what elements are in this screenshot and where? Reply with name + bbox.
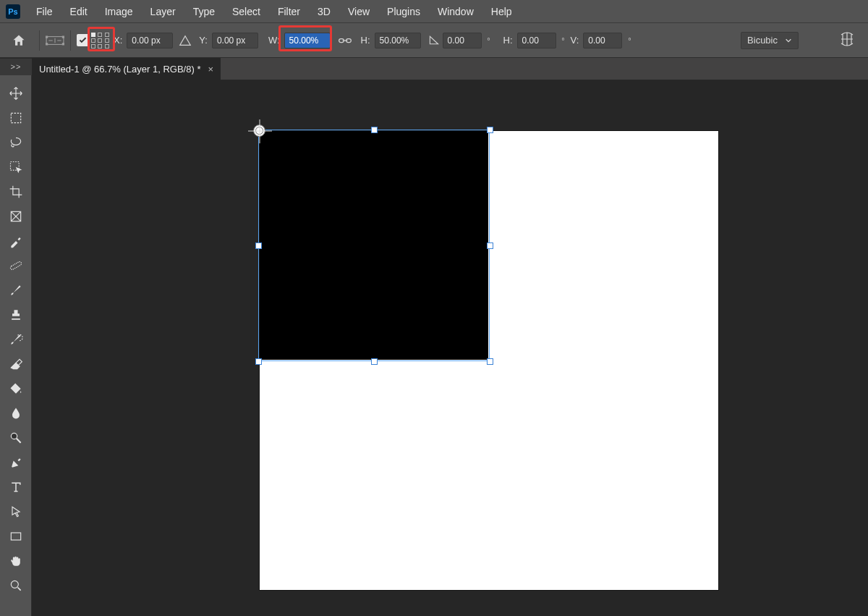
x-position-group: X: 0.00 px — [112, 30, 173, 51]
crop-icon — [9, 185, 23, 199]
canvas-area[interactable] — [32, 80, 868, 616]
gradient-tool[interactable] — [2, 376, 30, 401]
aspect-lock-button[interactable] — [335, 32, 355, 49]
menu-3d[interactable]: 3D — [310, 3, 338, 20]
reference-point-checkbox[interactable] — [77, 34, 89, 46]
close-icon[interactable]: × — [208, 64, 213, 75]
stamp-icon — [9, 308, 23, 322]
brush-icon — [9, 283, 23, 298]
transform-handle-bc[interactable] — [371, 358, 378, 365]
chevron-down-icon — [785, 37, 792, 44]
rotation-group: 0.00 ° — [428, 30, 493, 51]
pen-tool[interactable] — [2, 450, 30, 475]
menu-plugins[interactable]: Plugins — [380, 3, 427, 20]
rectangle-tool[interactable] — [2, 524, 30, 549]
y-position-group: Y: 0.00 px — [197, 30, 258, 51]
skew-v-input[interactable]: 0.00 — [583, 33, 622, 48]
eraser-tool[interactable] — [2, 352, 30, 376]
lasso-tool[interactable] — [2, 130, 30, 155]
skew-v-group: V: 0.00 ° — [569, 30, 634, 51]
degree-symbol: ° — [625, 36, 634, 45]
h-label: H: — [359, 35, 372, 46]
interpolation-value: Bicubic — [747, 35, 778, 46]
menu-bar: Ps File Edit Image Layer Type Select Fil… — [0, 0, 868, 22]
transform-handle-bl[interactable] — [255, 358, 262, 365]
menu-window[interactable]: Window — [430, 3, 481, 20]
transform-handle-mr[interactable] — [487, 242, 493, 249]
move-tool[interactable] — [2, 81, 30, 106]
svg-rect-11 — [9, 261, 22, 271]
menu-image[interactable]: Image — [98, 3, 140, 20]
reference-point-grid[interactable] — [90, 30, 111, 51]
menu-layer[interactable]: Layer — [143, 3, 183, 20]
relative-position-button[interactable] — [174, 30, 196, 51]
rectangle-icon — [9, 529, 23, 544]
svg-rect-4 — [62, 43, 64, 45]
menu-select[interactable]: Select — [225, 3, 268, 20]
marquee-tool[interactable] — [2, 106, 30, 130]
transform-handle-ml[interactable] — [255, 242, 262, 249]
menu-help[interactable]: Help — [484, 3, 519, 20]
free-transform-icon — [46, 34, 64, 47]
transform-handle-tc[interactable] — [371, 127, 378, 133]
object-select-tool[interactable] — [2, 155, 30, 180]
y-label: Y: — [197, 35, 209, 46]
path-select-tool[interactable] — [2, 499, 30, 524]
y-input[interactable]: 0.00 px — [212, 33, 258, 48]
svg-point-14 — [11, 581, 18, 588]
type-tool[interactable] — [2, 475, 30, 499]
svg-rect-1 — [46, 35, 48, 38]
history-brush-tool[interactable] — [2, 327, 30, 352]
menu-file[interactable]: File — [29, 3, 60, 20]
home-button[interactable] — [4, 29, 33, 52]
menu-filter[interactable]: Filter — [271, 3, 307, 20]
blur-tool[interactable] — [2, 401, 30, 426]
triangle-icon — [179, 34, 192, 47]
healing-brush-tool[interactable] — [2, 253, 30, 278]
dodge-tool[interactable] — [2, 426, 30, 450]
reference-point-toggle[interactable] — [77, 30, 89, 51]
panel-expand-strip[interactable]: >> — [0, 58, 32, 75]
bucket-icon — [9, 381, 23, 396]
eyedropper-icon — [9, 234, 23, 248]
hand-icon — [9, 554, 23, 568]
degree-symbol: ° — [485, 36, 493, 45]
dodge-icon — [9, 431, 23, 445]
menu-type[interactable]: Type — [186, 3, 222, 20]
lasso-icon — [9, 135, 23, 150]
bandage-icon — [9, 258, 23, 273]
transform-toggle-icon[interactable] — [46, 30, 64, 51]
eyedropper-tool[interactable] — [2, 229, 30, 253]
x-input[interactable]: 0.00 px — [127, 33, 173, 48]
brush-tool[interactable] — [2, 278, 30, 303]
crop-tool[interactable] — [2, 180, 30, 204]
home-icon — [12, 33, 26, 48]
separator — [70, 30, 71, 51]
skew-h-input[interactable]: 0.00 — [517, 33, 556, 48]
skew-h-label: H: — [502, 35, 514, 46]
menu-edit[interactable]: Edit — [63, 3, 95, 20]
tools-panel — [0, 75, 32, 616]
zoom-tool[interactable] — [2, 573, 30, 598]
svg-rect-3 — [46, 43, 48, 45]
frame-tool[interactable] — [2, 204, 30, 229]
app-logo: Ps — [6, 4, 20, 19]
type-icon — [9, 480, 23, 494]
stamp-tool[interactable] — [2, 303, 30, 327]
transform-handle-br[interactable] — [487, 358, 493, 365]
menu-view[interactable]: View — [341, 3, 377, 20]
transform-bounding-box[interactable] — [258, 130, 490, 361]
interpolation-select[interactable]: Bicubic — [741, 32, 799, 49]
transform-handle-tr[interactable] — [487, 127, 493, 133]
hand-tool[interactable] — [2, 549, 30, 573]
document-tab[interactable]: Untitled-1 @ 66.7% (Layer 1, RGB/8) * × — [32, 58, 221, 80]
separator — [39, 30, 40, 51]
height-input[interactable]: 50.00% — [375, 33, 421, 48]
transform-origin-marker[interactable] — [253, 125, 265, 137]
frame-icon — [9, 209, 23, 224]
degree-symbol: ° — [559, 36, 568, 45]
warp-mode-button[interactable] — [836, 28, 858, 50]
svg-rect-13 — [11, 533, 20, 540]
width-input[interactable]: 50.00% — [284, 33, 331, 48]
rotation-input[interactable]: 0.00 — [443, 33, 482, 48]
